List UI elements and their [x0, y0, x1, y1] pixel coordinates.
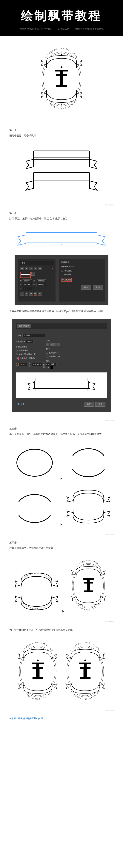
svg-rect-22	[26, 232, 97, 242]
trans-btn[interactable]: ◐	[25, 267, 29, 270]
new-brush-dialog: 新建画笔 选择新画笔类型: 书法画笔 散点画笔 艺术画笔 确定 取消	[59, 259, 105, 302]
step4-desc: 在飘带里面写文，书把路径设计好的字体	[9, 546, 114, 550]
ai-panel: 变换 ⊞ ◐ ⬚ ◑ ⊡ ↙ — X:宽: Y:高: △	[14, 255, 109, 305]
arrow-red-icon: ↙	[51, 267, 54, 270]
preview-check[interactable]: 预览	[17, 403, 24, 405]
hero-subtitle: 字体传奇-咕咕设计给我分享一个小教程 • ZITICQ.COM • 收藏字体传奇…	[4, 28, 119, 30]
svg-rect-29	[21, 274, 30, 275]
key-color-swatch[interactable]	[50, 366, 53, 369]
direction-label: 方向:	[46, 339, 74, 342]
svg-point-55	[37, 659, 39, 661]
flip-h[interactable]: 横向翻转▸|◂	[46, 351, 74, 354]
w-input[interactable]	[37, 279, 46, 282]
flip-label: 翻转	[46, 348, 74, 350]
trans-btn[interactable]: ⊡	[38, 267, 42, 270]
svg-rect-24	[97, 232, 97, 233]
arrow-right-icon	[60, 477, 63, 480]
opts-btn[interactable]: —	[31, 272, 35, 276]
arrow-up-red: ↑	[36, 296, 38, 300]
flip-v[interactable]: 纵向翻转▾|▴	[46, 355, 74, 358]
radio-fit[interactable]: 按比例伸缩	[16, 349, 43, 352]
trans-btn[interactable]: ⬚	[29, 267, 33, 270]
y-input[interactable]	[23, 283, 32, 286]
step5-desc: 为了让字体组合更丰富，可以用铅笔转转和画笔来画，完成	[9, 628, 114, 632]
step1-desc: 画几个图形，组合成飘带	[9, 133, 114, 138]
badge-logo: ZITICQCOM JING ZITICQCOM ZITICQCOM JING …	[37, 47, 86, 111]
step3-desc: 画一个椭圆形，用AI工具剪断左右两边的锚点，选中两个弧形，点击画笔中的飘带样式	[9, 432, 114, 436]
step3-figure	[9, 442, 114, 484]
radio-calligraphy[interactable]: 书法画笔	[61, 270, 103, 272]
cancel-button[interactable]: 取消	[93, 285, 103, 290]
watermark: ZITICQ.COM	[0, 204, 123, 206]
h-label: 高:	[33, 283, 36, 286]
sub-mid: ZITICQ.COM	[58, 28, 69, 30]
svg-rect-20	[34, 173, 89, 181]
arrow-right-icon	[60, 523, 63, 526]
trans-btn[interactable]: ⊞	[20, 267, 24, 270]
dialog-tab[interactable]: 艺术画笔选项	[17, 324, 31, 328]
svg-rect-25	[26, 245, 26, 245]
svg-rect-18	[34, 158, 89, 159]
dir-right[interactable]: →	[50, 343, 53, 346]
svg-point-68	[84, 659, 86, 661]
dir-left[interactable]: ←	[46, 343, 49, 346]
panel-icon[interactable]: ⊕	[25, 292, 29, 296]
step-3: 第三步 画一个椭圆形，用AI工具剪断左右两边的锚点，选中两个弧形，点击画笔中的飘…	[0, 422, 123, 535]
name-input[interactable]	[23, 334, 45, 337]
arrow-right-icon	[63, 610, 64, 613]
brush-preview	[16, 372, 107, 398]
watermark: ZITICQ.COM	[0, 710, 123, 711]
dir-down[interactable]: ↓	[57, 343, 60, 346]
radio-scatter[interactable]: 散点画笔	[61, 273, 103, 276]
svg-rect-26	[97, 245, 97, 245]
svg-rect-28	[61, 245, 62, 245]
x-label: X:	[20, 280, 22, 282]
brush-type-label: 选择新画笔类型:	[61, 265, 103, 268]
transform-header: 变换	[20, 261, 54, 265]
ok-button[interactable]: 确定	[81, 285, 91, 290]
page-title: 绘制飘带教程	[4, 7, 119, 24]
panel-icon[interactable]: ✕	[20, 292, 24, 296]
dot: •	[72, 28, 73, 30]
step3-label: 第三步	[9, 427, 114, 430]
svg-rect-23	[26, 232, 26, 233]
trash-icon[interactable]: 🗑	[38, 292, 42, 296]
watermark: ZITICQ.COM	[0, 620, 123, 622]
ok-button[interactable]: 确定	[84, 402, 94, 407]
svg-point-34	[17, 449, 52, 476]
radio-art[interactable]: 艺术画笔	[61, 278, 72, 282]
start-input[interactable]	[19, 363, 28, 366]
y-label: Y:	[20, 284, 22, 286]
h-input[interactable]	[36, 283, 46, 286]
radio-len[interactable]: 伸缩以适合描边长度	[16, 353, 43, 355]
footer: AI教程：路径描点连接工具小技巧	[0, 711, 123, 726]
width-label: 宽度:	[16, 341, 19, 343]
dialog-title: 新建画笔	[61, 261, 103, 264]
step3-figure-2	[9, 484, 114, 530]
hero-badge: ZITICQCOM JING ZITICQCOM ZITICQCOM JING …	[0, 36, 123, 123]
name-label: 名称:	[17, 334, 22, 337]
footer-link[interactable]: AI教程：路径描点连接工具小技巧	[9, 717, 43, 720]
width-input[interactable]	[26, 340, 34, 343]
new-brush-btn[interactable]: ▦	[34, 292, 37, 296]
x-input[interactable]	[23, 279, 32, 282]
final-figure: ZITICQCOM JING ZITICQCOM ZITICQCOM JING …	[9, 638, 114, 706]
dot: •	[54, 28, 55, 30]
trans-btn[interactable]: ◑	[34, 267, 37, 270]
dir-up[interactable]: ↑	[53, 343, 56, 346]
watermark: ZITICQ.COM	[0, 534, 123, 535]
options-left: 宽度:固定▾ 画笔缩放选项 按比例伸缩 伸缩以适合描边长度 在参考线之间拉伸 起…	[16, 339, 43, 370]
end-input[interactable]	[32, 363, 42, 366]
svg-point-16	[60, 66, 63, 68]
cancel-button[interactable]: 取消	[95, 402, 106, 407]
step2-ribbon-preview	[9, 226, 114, 252]
angle-input[interactable]	[23, 287, 32, 290]
options-right: 方向: ← → ↑ ↓ 翻转 横向翻转▸|◂ 纵向翻转▾|▴ 着色 方法:色调▾…	[46, 339, 74, 370]
brush-thumb-highlight[interactable]	[20, 272, 31, 278]
panel-icon[interactable]: ⊡	[29, 292, 33, 296]
radio-guides[interactable]: 在参考线之间拉伸	[16, 357, 43, 360]
svg-rect-33	[34, 381, 89, 388]
step1-figure	[9, 143, 114, 200]
step-4: 第四步 在飘带里面写文，书把路径设计好的字体 ZITICQCOM JING ZI…	[0, 535, 123, 622]
step-2: 第二步 路口 新建，把飘带拖入规版中，新建-艺术-规版，确定 变换 ⊞ ◐ ⬚ …	[0, 206, 123, 422]
